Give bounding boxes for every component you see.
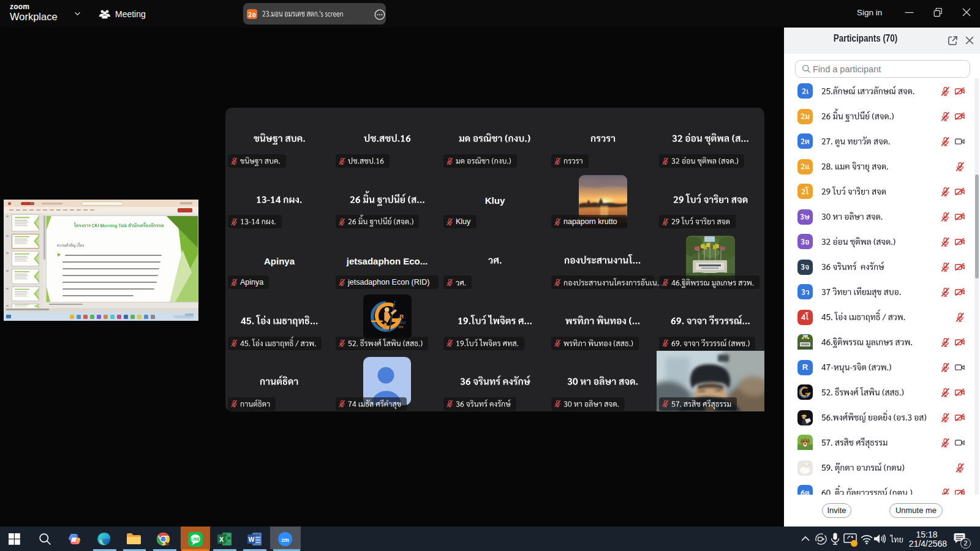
svg-text:W: W (249, 536, 255, 543)
svg-text:zm: zm (281, 537, 289, 543)
svg-text:LINE: LINE (191, 537, 200, 541)
svg-text:X: X (219, 536, 224, 543)
svg-text:SU: SU (399, 320, 405, 324)
svg-text:R: R (399, 313, 404, 320)
svg-text:DIV: DIV (398, 326, 404, 329)
